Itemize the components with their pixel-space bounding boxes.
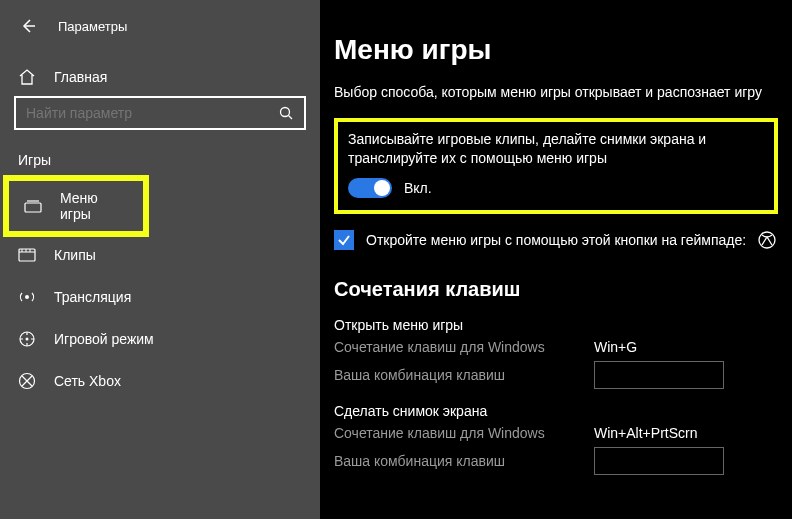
game-bar-icon (24, 197, 42, 215)
clips-icon (18, 246, 36, 264)
record-toggle-label: Вкл. (404, 180, 432, 196)
shortcut-win-label: Сочетание клавиш для Windows (334, 339, 594, 355)
sidebar: Параметры Главная Игры Меню игры Клипы (0, 0, 320, 519)
shortcut-user-label: Ваша комбинация клавиш (334, 453, 594, 469)
sidebar-item-label: Меню игры (60, 190, 128, 222)
back-button[interactable] (14, 12, 42, 40)
search-box[interactable] (14, 96, 306, 130)
sidebar-item-game-mode[interactable]: Игровой режим (0, 318, 320, 360)
category-label: Игры (0, 148, 320, 178)
content-area: Меню игры Выбор способа, которым меню иг… (320, 0, 792, 519)
svg-rect-2 (19, 249, 35, 261)
game-mode-icon (18, 330, 36, 348)
gamepad-checkbox-row: Откройте меню игры с помощью этой кнопки… (334, 230, 778, 250)
shortcut-name: Открыть меню игры (334, 317, 778, 333)
svg-rect-1 (25, 203, 41, 212)
search-icon (278, 105, 294, 121)
shortcut-user-input[interactable] (594, 447, 724, 475)
sidebar-item-game-bar[interactable]: Меню игры (6, 178, 146, 234)
sidebar-item-label: Игровой режим (54, 331, 154, 347)
record-toggle-row: Вкл. (348, 178, 764, 198)
shortcut-win-value: Win+G (594, 339, 637, 355)
titlebar: Параметры (0, 8, 320, 58)
sidebar-item-label: Сеть Xbox (54, 373, 121, 389)
sidebar-item-xbox-network[interactable]: Сеть Xbox (0, 360, 320, 402)
broadcast-icon (18, 288, 36, 306)
record-description: Записывайте игровые клипы, делайте снимк… (348, 130, 764, 168)
svg-point-7 (759, 232, 775, 248)
xbox-network-icon (18, 372, 36, 390)
record-block-highlight: Записывайте игровые клипы, делайте снимк… (334, 118, 778, 214)
settings-title: Параметры (58, 19, 127, 34)
shortcut-user-label: Ваша комбинация клавиш (334, 367, 594, 383)
svg-point-5 (26, 338, 29, 341)
shortcut-group-screenshot: Сделать снимок экрана Сочетание клавиш д… (334, 403, 778, 475)
sidebar-item-label: Клипы (54, 247, 96, 263)
shortcuts-title: Сочетания клавиш (334, 278, 778, 301)
shortcut-group-open-gamebar: Открыть меню игры Сочетание клавиш для W… (334, 317, 778, 389)
gamepad-checkbox[interactable] (334, 230, 354, 250)
page-subtitle: Выбор способа, которым меню игры открыва… (334, 84, 778, 100)
gamepad-checkbox-label: Откройте меню игры с помощью этой кнопки… (366, 232, 746, 248)
xbox-icon (758, 231, 776, 249)
home-nav[interactable]: Главная (0, 58, 320, 96)
search-input[interactable] (26, 105, 278, 121)
record-toggle[interactable] (348, 178, 392, 198)
sidebar-item-broadcast[interactable]: Трансляция (0, 276, 320, 318)
sidebar-item-clips[interactable]: Клипы (0, 234, 320, 276)
shortcut-win-label: Сочетание клавиш для Windows (334, 425, 594, 441)
shortcut-win-value: Win+Alt+PrtScrn (594, 425, 697, 441)
home-label: Главная (54, 69, 107, 85)
page-title: Меню игры (334, 34, 778, 66)
svg-point-3 (25, 295, 29, 299)
svg-point-0 (281, 108, 290, 117)
shortcut-name: Сделать снимок экрана (334, 403, 778, 419)
search-container (0, 96, 320, 148)
sidebar-item-label: Трансляция (54, 289, 131, 305)
shortcut-user-input[interactable] (594, 361, 724, 389)
home-icon (18, 68, 36, 86)
